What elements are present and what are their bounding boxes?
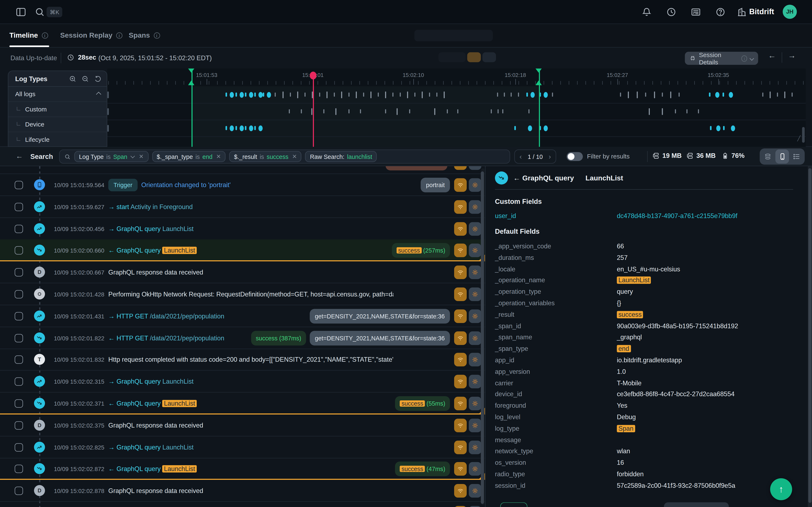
prev-session-button[interactable]: ← <box>768 51 776 60</box>
view-list-button[interactable] <box>790 150 804 164</box>
partial-button[interactable] <box>500 502 527 507</box>
log-row[interactable]: D10/09 15:02:00.667GraphQL response data… <box>0 261 485 283</box>
capture-wifi-button[interactable] <box>454 506 467 507</box>
view-device-button[interactable] <box>775 150 789 164</box>
brand-name[interactable]: Bitdrift <box>749 7 774 16</box>
capture-wifi-button[interactable] <box>454 287 467 301</box>
capture-wifi-button[interactable] <box>454 375 467 388</box>
row-checkbox[interactable] <box>15 181 23 189</box>
filter-chip-_span_type[interactable]: $._span_typeisend✕ <box>152 151 225 162</box>
filter-chip-_result[interactable]: $._resultissuccess✕ <box>230 151 302 162</box>
capture-wifi-button[interactable] <box>454 397 467 410</box>
notifications-bell-icon[interactable] <box>642 7 652 17</box>
playhead-line[interactable] <box>313 74 314 147</box>
brightness-button[interactable] <box>469 331 481 345</box>
brightness-button[interactable] <box>469 309 481 323</box>
partial-button[interactable] <box>664 502 729 507</box>
session-details-button[interactable]: Session Details i <box>685 52 758 65</box>
chevron-down-icon[interactable] <box>131 154 135 158</box>
remove-chip-icon[interactable]: ✕ <box>292 153 297 160</box>
capture-wifi-button[interactable] <box>454 166 467 170</box>
capture-wifi-button[interactable] <box>454 244 467 258</box>
history-clock-icon[interactable] <box>666 7 676 17</box>
row-checkbox[interactable] <box>15 421 23 430</box>
log-row[interactable]: 10/09 15:02:02.825→ GraphQL query Launch… <box>0 436 485 458</box>
capture-wifi-button[interactable] <box>454 178 467 192</box>
log-type-row-lifecycle[interactable]: ∟Lifecycle <box>8 132 107 147</box>
log-type-row-device[interactable]: ∟Device <box>8 117 107 132</box>
zoom-in-icon[interactable] <box>69 75 77 82</box>
capture-wifi-button[interactable] <box>454 331 467 345</box>
log-row[interactable]: 10/09 15:02:01.822← HTTP GET /data/2021/… <box>0 327 485 349</box>
timeline-end-marker-handle[interactable] <box>536 69 542 73</box>
capture-wifi-button[interactable] <box>454 418 467 432</box>
log-row[interactable]: 10/09 15:02:00.456→ GraphQL query Launch… <box>0 218 485 240</box>
zoom-out-icon[interactable] <box>82 75 89 82</box>
search-input[interactable]: Log TypeisSpan✕$._span_typeisend✕$._resu… <box>59 150 510 164</box>
timeline-plot[interactable]: 15:01:5315:02:0115:02:1015:02:1815:02:27… <box>107 69 806 147</box>
row-checkbox[interactable] <box>15 312 23 320</box>
row-checkbox[interactable] <box>15 399 23 408</box>
brightness-button[interactable] <box>469 484 481 498</box>
raw-search-chip[interactable]: Raw Search:launchlist <box>305 151 377 162</box>
timeline-start-marker-handle[interactable] <box>188 80 194 85</box>
brightness-button[interactable] <box>469 418 481 432</box>
row-checkbox[interactable] <box>15 487 23 495</box>
pagination[interactable]: ‹ 1 / 10 › <box>514 150 556 164</box>
playhead-knob[interactable] <box>310 72 317 80</box>
brightness-button[interactable] <box>469 375 481 388</box>
row-checkbox[interactable] <box>15 290 23 298</box>
log-row[interactable]: 10/09 15:02:02.872← GraphQL query Launch… <box>0 458 485 480</box>
reset-zoom-icon[interactable] <box>94 75 101 82</box>
row-checkbox[interactable] <box>15 334 23 342</box>
capture-wifi-button[interactable] <box>454 200 467 214</box>
row-checkbox[interactable] <box>15 356 23 364</box>
brightness-button[interactable] <box>469 353 481 367</box>
log-row[interactable]: D10/09 15:02:02.375GraphQL response data… <box>0 414 485 436</box>
scroll-to-top-button[interactable]: ↑ <box>770 478 792 500</box>
log-row[interactable]: T10/09 15:02:01.832Http request complete… <box>0 349 485 371</box>
tab-timeline[interactable]: Timelinei <box>9 24 48 47</box>
capture-wifi-button[interactable] <box>454 309 467 323</box>
row-checkbox[interactable] <box>15 377 23 386</box>
tab-session-replay[interactable]: Session Replayi <box>60 24 122 47</box>
brightness-button[interactable] <box>469 200 481 214</box>
timeline-end-marker-handle[interactable] <box>536 80 542 85</box>
log-row[interactable]: 10/09 15:02:02.315→ GraphQL query Launch… <box>0 371 485 393</box>
capture-wifi-button[interactable] <box>454 440 467 454</box>
resize-handle-icon[interactable]: ╱ <box>797 135 801 141</box>
next-page-icon[interactable]: › <box>549 153 551 161</box>
row-checkbox[interactable] <box>15 268 23 277</box>
row-checkbox[interactable] <box>15 246 23 255</box>
row-checkbox[interactable] <box>15 203 23 211</box>
log-row[interactable]: 10/09 15:02:01.428Performing OkHttp Netw… <box>0 283 485 305</box>
tab-spans[interactable]: Spansi <box>129 24 160 47</box>
brightness-button[interactable] <box>469 178 481 192</box>
timeline-scrollbar-thumb[interactable] <box>802 127 805 143</box>
log-row[interactable]: D10/09 15:02:02.878GraphQL response data… <box>0 480 485 502</box>
log-row[interactable]: 10/09 15:02:00.660← GraphQL query Launch… <box>0 240 485 262</box>
log-row[interactable] <box>0 166 485 174</box>
timeline-start-marker-handle[interactable] <box>188 69 194 73</box>
capture-wifi-button[interactable] <box>454 462 467 476</box>
filter-by-results-toggle[interactable] <box>567 152 583 161</box>
brightness-button[interactable] <box>469 287 481 301</box>
capture-wifi-button[interactable] <box>454 484 467 498</box>
filter-chip-logtype[interactable]: Log TypeisSpan✕ <box>74 151 148 162</box>
log-row[interactable]: 10/09 15:02:01.431→ HTTP GET /data/2021/… <box>0 305 485 327</box>
log-type-row-all-logs[interactable]: All logs <box>8 87 107 102</box>
capture-wifi-button[interactable] <box>454 353 467 367</box>
next-session-button[interactable]: → <box>788 51 796 60</box>
help-icon[interactable] <box>715 7 726 17</box>
log-type-row-custom[interactable]: ∟Custom <box>8 102 107 117</box>
field-value[interactable]: dc478d48-b137-4907-a761-c2155e79bb9f <box>617 212 738 220</box>
scrollbar[interactable] <box>808 166 812 507</box>
log-row[interactable]: 10/09 15:01:59.627→ start Activity in Fo… <box>0 196 485 218</box>
row-checkbox[interactable] <box>15 225 23 233</box>
brightness-button[interactable] <box>469 266 481 279</box>
row-checkbox[interactable] <box>15 465 23 473</box>
prev-page-icon[interactable]: ‹ <box>520 153 522 161</box>
org-building-icon[interactable] <box>737 7 747 17</box>
brightness-button[interactable] <box>469 440 481 454</box>
brightness-button[interactable] <box>469 166 481 170</box>
